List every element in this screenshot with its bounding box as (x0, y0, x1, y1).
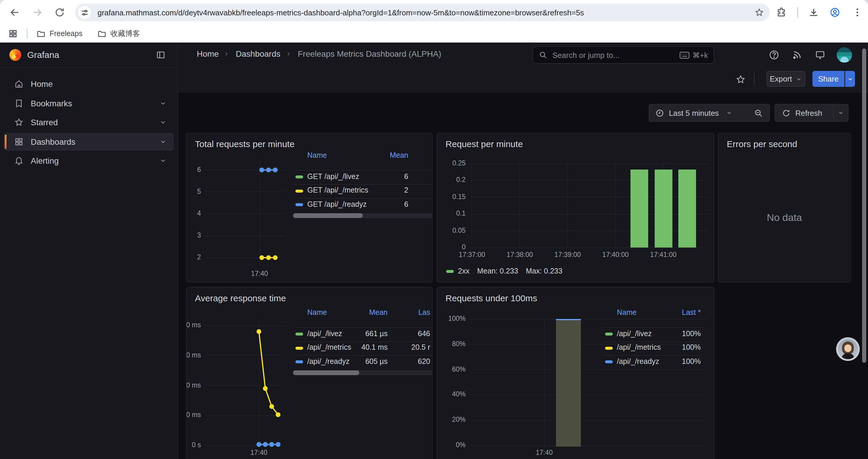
zoom-out-button[interactable] (747, 104, 770, 122)
legend-row-divider (603, 369, 703, 369)
sidebar-item-label: Dashboards (31, 137, 159, 146)
panel-title[interactable]: Errors per second (727, 139, 797, 149)
time-range-picker[interactable]: Last 5 minutes (649, 104, 747, 122)
sidebar-item-bookmarks[interactable]: Bookmarks (4, 94, 174, 112)
y-axis-tick-label: 0.2 (437, 176, 466, 184)
y-axis-tick-label: 0.25 (437, 160, 466, 167)
chart-bar (630, 169, 648, 248)
legend-column-header[interactable]: Las (377, 308, 430, 317)
legend-series-color (605, 347, 613, 350)
chevron-down-icon[interactable] (159, 100, 167, 107)
breadcrumb-home[interactable]: Home (197, 49, 219, 59)
search-icon (539, 51, 547, 59)
panel-requests-under-100ms: Requests under 100ms 100%80%60%40%20%0%1… (437, 287, 714, 459)
panel-title[interactable]: Requests under 100ms (445, 293, 537, 303)
menu-kebab-icon[interactable] (852, 7, 863, 18)
legend-row-divider (603, 341, 703, 342)
chevron-down-icon (847, 76, 853, 82)
legend-row-divider (293, 341, 433, 342)
legend-series-name[interactable]: 2xx (458, 267, 469, 275)
x-gridline (519, 164, 520, 248)
sidebar-item-home[interactable]: Home (4, 75, 174, 93)
collapse-sidebar-icon[interactable] (156, 50, 165, 60)
chevron-down-icon[interactable] (159, 119, 167, 126)
data-point (270, 404, 274, 409)
legend-column-header[interactable]: Mean (355, 151, 408, 160)
legend-series-color (296, 361, 303, 364)
apps-grid-icon[interactable] (8, 29, 18, 38)
sidebar-item-starred[interactable]: Starred (4, 113, 174, 131)
page-scrollbar[interactable] (862, 48, 866, 363)
panel-title[interactable]: Total requests per minute (195, 139, 294, 149)
legend-value: 100% (648, 330, 701, 338)
search-input[interactable]: Search or jump to... ⌘+k (532, 46, 714, 64)
sidebar-item-label: Alerting (31, 156, 159, 165)
reload-icon[interactable] (54, 7, 65, 18)
favorite-star-icon[interactable] (736, 74, 746, 85)
bookmark-star-icon[interactable] (754, 8, 764, 17)
back-icon[interactable] (9, 7, 20, 18)
sidebar-item-label: Home (31, 79, 174, 89)
legend-value: 100% (648, 357, 701, 366)
bookmark-folder-blogs[interactable]: 收藏博客 (97, 27, 140, 40)
x-axis-tick-label: 17:40:00 (592, 251, 639, 258)
export-button[interactable]: Export (766, 71, 805, 87)
panel-title[interactable]: Request per minute (445, 139, 523, 149)
sidebar: Grafana Home Bookmarks Starred Dashboard… (0, 42, 178, 459)
sidebar-item-alerting[interactable]: Alerting (4, 152, 174, 169)
panel-title[interactable]: Average response time (195, 293, 286, 303)
bookmark-folder-freeleaps[interactable]: Freeleaps (37, 27, 83, 40)
legend-scrollbar-thumb[interactable] (293, 370, 359, 375)
data-point (256, 442, 261, 447)
legend-inline[interactable]: 2xxMean: 0.233Max: 0.233 (446, 267, 562, 275)
breadcrumb-dashboards[interactable]: Dashboards (236, 49, 280, 59)
share-menu-button[interactable] (845, 71, 855, 87)
help-icon[interactable] (769, 50, 779, 60)
legend-scrollbar-thumb[interactable] (293, 213, 363, 218)
panel-request-per-minute: Request per minute 0.250.20.150.10.05017… (437, 133, 714, 282)
panel-errors-per-second: Errors per second No data (718, 133, 851, 282)
refresh-interval-button[interactable] (833, 104, 848, 122)
breadcrumb-current: Freeleaps Metrics Dashboard (ALPHA) (298, 49, 441, 59)
sidebar-item-dashboards[interactable]: Dashboards (4, 133, 174, 150)
keyboard-icon (680, 51, 689, 59)
user-avatar[interactable] (837, 47, 852, 63)
downloads-icon[interactable] (808, 7, 819, 18)
bookmarks-bar: Freeleaps 收藏博客 (0, 25, 868, 42)
legend-series-name[interactable]: GET /api/_/livez (307, 172, 359, 181)
legend-column-header[interactable]: Name (307, 151, 327, 160)
legend-column-header[interactable]: Name (307, 308, 327, 317)
extensions-icon[interactable] (776, 7, 787, 18)
data-point (273, 255, 278, 260)
legend-series-color (296, 333, 303, 336)
legend-value: 100% (648, 343, 701, 352)
data-point (263, 386, 268, 391)
legend-value: 20.5 r (377, 343, 430, 352)
y-axis-tick-label: 80% (437, 340, 466, 347)
address-bar[interactable]: grafana.mathmast.com/d/deytv4rwavabkb/fr… (75, 4, 770, 21)
legend-row-divider (293, 327, 433, 328)
legend-column-header[interactable]: Last * (648, 308, 701, 317)
breadcrumb-separator: › (287, 49, 290, 58)
legend-series-name[interactable]: /api/_/livez (617, 330, 652, 338)
legend-column-header[interactable]: Name (617, 308, 637, 317)
chart-bar (678, 169, 696, 248)
monitor-icon[interactable] (815, 50, 826, 60)
star-icon (14, 118, 24, 127)
chevron-down-icon[interactable] (159, 138, 167, 145)
site-settings-icon[interactable] (78, 6, 91, 19)
rss-icon[interactable] (792, 50, 802, 60)
bookmark-folder-label: Freeleaps (50, 30, 83, 38)
profile-icon[interactable] (830, 7, 840, 18)
chevron-down-icon[interactable] (159, 157, 167, 164)
grafana-app: Home › Dashboards › Freeleaps Metrics Da… (0, 42, 868, 459)
legend-row-divider (293, 170, 433, 171)
grafana-logo-icon[interactable] (9, 49, 21, 61)
share-button[interactable]: Share (812, 71, 844, 87)
data-point (259, 255, 264, 260)
refresh-button[interactable]: Refresh (775, 104, 834, 122)
data-point (266, 255, 271, 260)
floating-assistant-avatar[interactable] (836, 337, 860, 361)
forward-icon[interactable] (32, 7, 42, 18)
folder-icon (97, 29, 106, 38)
